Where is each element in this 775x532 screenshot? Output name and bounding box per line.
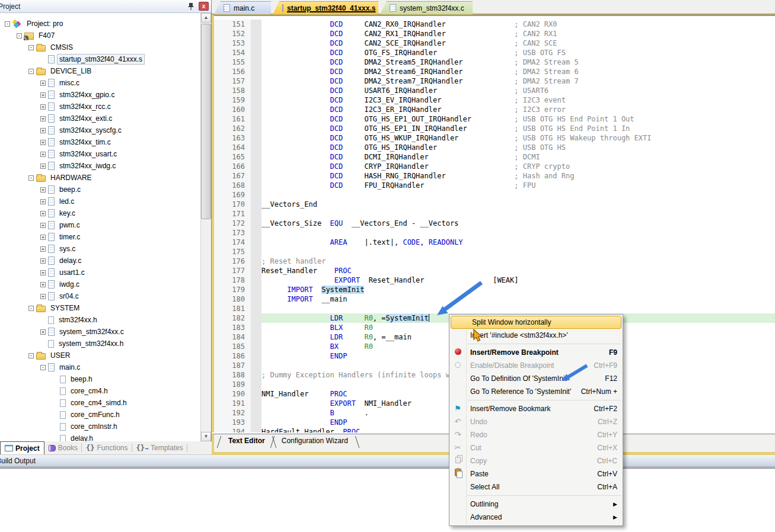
tree-item-core-cmfunc-h[interactable]: -core_cmFunc.h	[0, 409, 200, 421]
tree-item-delay-c[interactable]: +delay.c	[0, 255, 200, 267]
breakpoint-gutter[interactable]	[251, 247, 261, 257]
code-line-162[interactable]: 162 DCD OTG_HS_EP1_IN_IRQHandler ; USB O…	[214, 124, 775, 133]
tree-item-stm32f4xx-h[interactable]: -stm32f4xx.h	[0, 314, 200, 326]
expand-plus-icon[interactable]: +	[40, 140, 46, 145]
editor-mode-tab-text-editor[interactable]: Text Editor	[220, 434, 273, 448]
expand-plus-icon[interactable]: +	[40, 152, 46, 157]
tree-item-startup-stm32f40-41xxx-s[interactable]: -startup_stm32f40_41xxx.s	[0, 53, 200, 65]
breakpoint-gutter[interactable]	[251, 285, 261, 294]
menu-item-paste[interactable]: PasteCtrl+V	[449, 467, 623, 480]
tree-item-stm32f4xx-usart-c[interactable]: +stm32f4xx_usart.c	[0, 148, 200, 160]
code-line-160[interactable]: 160 DCD I2C3_ER_IRQHandler ; I2C3 error	[214, 105, 775, 114]
breakpoint-gutter[interactable]	[251, 275, 261, 285]
dock-tab-templates[interactable]: {}→Templates	[132, 441, 187, 454]
editor-tab-system-stm32f4xx-c[interactable]: system_stm32f4xx.c	[380, 1, 473, 14]
tree-item-usart1-c[interactable]: +usart1.c	[0, 267, 200, 278]
expand-minus-icon[interactable]: -	[5, 21, 10, 27]
tree-item-stm32f4xx-gpio-c[interactable]: +stm32f4xx_gpio.c	[0, 89, 200, 101]
project-tree-scrollbar[interactable]: ▲ ▼	[200, 13, 211, 441]
breakpoint-gutter[interactable]	[251, 181, 261, 190]
expand-plus-icon[interactable]: +	[40, 128, 46, 133]
breakpoint-gutter[interactable]	[251, 29, 261, 39]
menu-item-go-to-reference-to-systeminit-[interactable]: Go To Reference To 'SystemInit'Ctrl+Num …	[449, 385, 623, 398]
expand-plus-icon[interactable]: +	[40, 258, 46, 264]
expand-plus-icon[interactable]: +	[40, 270, 46, 275]
breakpoint-gutter[interactable]	[251, 380, 261, 389]
tree-item-iwdg-c[interactable]: +iwdg.c	[0, 278, 200, 290]
breakpoint-gutter[interactable]	[251, 143, 261, 152]
code-line-163[interactable]: 163 DCD OTG_HS_WKUP_IRQHandler ; USB OTG…	[214, 133, 775, 143]
expand-plus-icon[interactable]: +	[40, 92, 46, 98]
breakpoint-gutter[interactable]	[251, 399, 261, 408]
breakpoint-gutter[interactable]	[251, 257, 261, 266]
expand-plus-icon[interactable]: +	[40, 294, 46, 299]
breakpoint-gutter[interactable]	[251, 323, 261, 332]
code-line-177[interactable]: 177Reset_Handler PROC	[214, 266, 775, 275]
dock-tab-project[interactable]: Project	[0, 441, 44, 454]
tree-item-stm32f4xx-syscfg-c[interactable]: +stm32f4xx_syscfg.c	[0, 124, 200, 136]
code-line-168[interactable]: 168 DCD FPU_IRQHandler ; FPU	[214, 181, 775, 190]
code-line-153[interactable]: 153 DCD CAN2_SCE_IRQHandler ; CAN2 SCE	[214, 39, 775, 48]
code-line-179[interactable]: 179 IMPORT SystemInit	[214, 285, 775, 294]
breakpoint-gutter[interactable]	[251, 219, 261, 228]
code-line-152[interactable]: 152 DCD CAN2_RX1_IRQHandler ; CAN2 RX1	[214, 29, 775, 39]
tree-item-stm32f4xx-tim-c[interactable]: +stm32f4xx_tim.c	[0, 136, 200, 148]
breakpoint-gutter[interactable]	[251, 133, 261, 143]
expand-plus-icon[interactable]: +	[40, 211, 46, 216]
code-line-171[interactable]: 171	[214, 209, 775, 219]
editor-tab-startup-stm32f40-41xxx-s[interactable]: startup_stm32f40_41xxx.s	[273, 1, 378, 14]
expand-plus-icon[interactable]: +	[40, 282, 46, 287]
code-line-166[interactable]: 166 DCD CRYP_IRQHandler ; CRYP crypto	[214, 162, 775, 171]
expand-plus-icon[interactable]: +	[40, 81, 46, 86]
tree-item-project-pro[interactable]: -Project: pro	[0, 18, 200, 30]
expand-minus-icon[interactable]: -	[17, 33, 22, 39]
breakpoint-gutter[interactable]	[251, 76, 261, 86]
tree-item-device-lib[interactable]: -DEVICE_LIB	[0, 65, 200, 77]
code-line-156[interactable]: 156 DCD DMA2_Stream6_IRQHandler ; DMA2 S…	[214, 67, 775, 76]
tree-item-hardware[interactable]: -HARDWARE	[0, 172, 200, 184]
code-line-158[interactable]: 158 DCD USART6_IRQHandler ; USART6	[214, 86, 775, 95]
dock-tab-books[interactable]: Books	[44, 441, 82, 454]
breakpoint-gutter[interactable]	[251, 200, 261, 209]
tree-item-stm32f4xx-iwdg-c[interactable]: +stm32f4xx_iwdg.c	[0, 160, 200, 172]
menu-item-advanced[interactable]: Advanced▶	[449, 511, 623, 524]
code-line-151[interactable]: 151 DCD CAN2_RX0_IRQHandler ; CAN2 RX0	[214, 20, 775, 29]
breakpoint-gutter[interactable]	[251, 313, 261, 323]
menu-item-outlining[interactable]: Outlining▶	[449, 498, 623, 511]
breakpoint-gutter[interactable]	[251, 266, 261, 275]
expand-plus-icon[interactable]: +	[40, 116, 46, 121]
breakpoint-gutter[interactable]	[251, 48, 261, 57]
expand-plus-icon[interactable]: +	[40, 235, 46, 240]
code-line-155[interactable]: 155 DCD DMA2_Stream5_IRQHandler ; DMA2 S…	[214, 57, 775, 67]
code-line-174[interactable]: 174 AREA |.text|, CODE, READONLY	[214, 238, 775, 247]
scrollbar-up-arrow[interactable]: ▲	[201, 13, 211, 23]
expand-plus-icon[interactable]: +	[40, 246, 46, 252]
tree-item-misc-c[interactable]: +misc.c	[0, 77, 200, 89]
tree-item-core-cm4-h[interactable]: -core_cm4.h	[0, 385, 200, 397]
breakpoint-gutter[interactable]	[251, 361, 261, 370]
tree-item-f407[interactable]: -F407	[0, 30, 200, 41]
expand-plus-icon[interactable]: +	[40, 199, 46, 204]
breakpoint-gutter[interactable]	[251, 20, 261, 29]
code-line-165[interactable]: 165 DCD DCMI_IRQHandler ; DCMI	[214, 152, 775, 162]
code-line-154[interactable]: 154 DCD OTG_FS_IRQHandler ; USB OTG FS	[214, 48, 775, 57]
breakpoint-gutter[interactable]	[251, 105, 261, 114]
expand-minus-icon[interactable]: -	[28, 69, 34, 74]
tree-item-core-cminstr-h[interactable]: -core_cmInstr.h	[0, 421, 200, 432]
breakpoint-gutter[interactable]	[251, 427, 261, 432]
code-line-180[interactable]: 180 IMPORT __main	[214, 294, 775, 304]
breakpoint-gutter[interactable]	[251, 238, 261, 247]
pin-icon[interactable]	[186, 2, 196, 11]
breakpoint-gutter[interactable]	[251, 332, 261, 342]
code-line-175[interactable]: 175	[214, 247, 775, 257]
code-line-167[interactable]: 167 DCD HASH_RNG_IRQHandler ; Hash and R…	[214, 171, 775, 181]
code-line-164[interactable]: 164 DCD OTG_HS_IRQHandler ; USB OTG HS	[214, 143, 775, 152]
tree-item-delay-h[interactable]: -delay.h	[0, 432, 200, 441]
build-output-header[interactable]: Build Output	[0, 455, 775, 469]
breakpoint-gutter[interactable]	[251, 57, 261, 67]
tree-item-cmsis[interactable]: -CMSIS	[0, 41, 200, 53]
menu-item-split-window-horizontally[interactable]: Split Window horizontally	[451, 316, 621, 329]
breakpoint-gutter[interactable]	[251, 86, 261, 95]
dock-tab-functions[interactable]: {}Functions	[82, 441, 132, 454]
code-line-161[interactable]: 161 DCD OTG_HS_EP1_OUT_IRQHandler ; USB …	[214, 114, 775, 124]
